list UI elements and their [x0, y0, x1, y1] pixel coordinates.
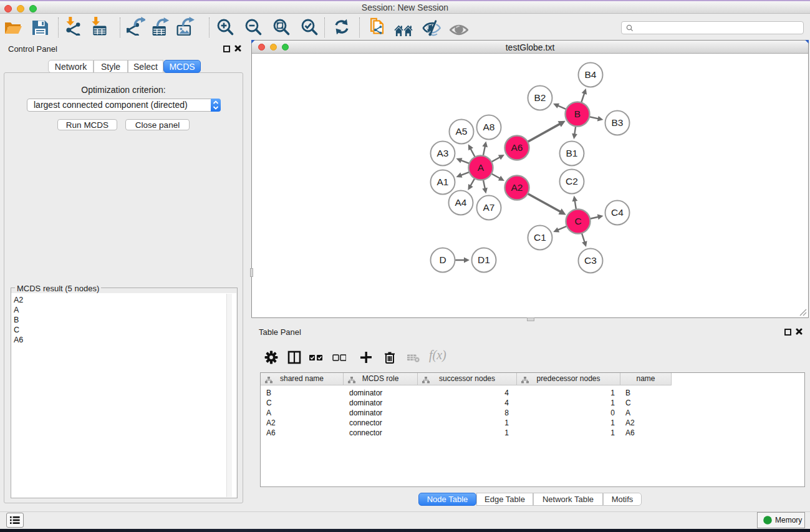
svg-text:B: B — [574, 109, 581, 119]
svg-text:A3: A3 — [437, 148, 449, 158]
svg-text:C1: C1 — [534, 232, 546, 243]
svg-text:A4: A4 — [455, 197, 467, 208]
svg-text:A8: A8 — [483, 122, 495, 132]
svg-text:C3: C3 — [584, 255, 597, 266]
svg-text:C2: C2 — [566, 176, 578, 186]
svg-text:D1: D1 — [478, 254, 490, 265]
svg-text:C4: C4 — [611, 207, 624, 218]
svg-text:B3: B3 — [612, 117, 624, 128]
svg-text:A: A — [478, 162, 485, 173]
svg-text:B2: B2 — [534, 92, 546, 103]
svg-text:B4: B4 — [585, 69, 597, 80]
svg-text:D: D — [439, 254, 446, 265]
svg-text:A6: A6 — [511, 142, 523, 153]
svg-text:A2: A2 — [511, 182, 523, 193]
svg-text:C: C — [574, 216, 581, 226]
svg-text:A5: A5 — [456, 126, 468, 137]
svg-text:B1: B1 — [566, 148, 578, 158]
svg-text:A7: A7 — [483, 202, 495, 213]
svg-text:A1: A1 — [437, 177, 449, 187]
